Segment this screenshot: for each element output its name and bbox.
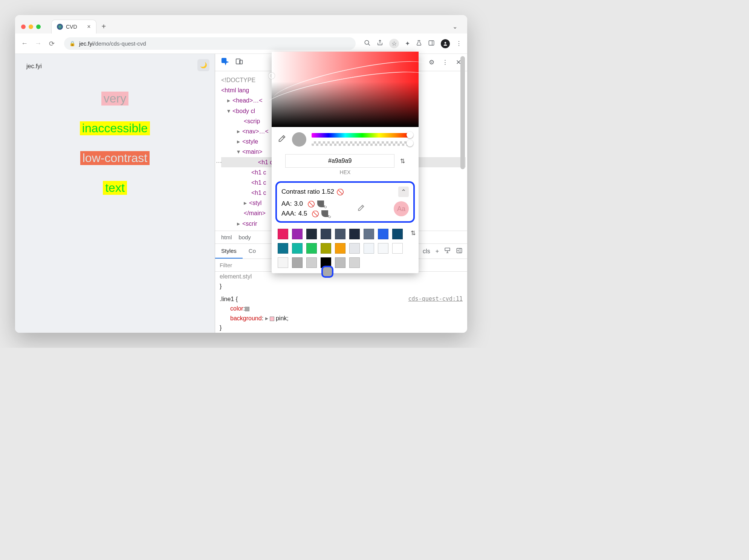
hue-thumb[interactable] [407,132,413,138]
palette-swatch[interactable] [335,243,345,254]
aaa-fail-icon: 🚫 [312,210,319,217]
palette-swatch[interactable] [349,257,360,268]
contrast-ratio-value: 1.52 [322,188,334,196]
alpha-thumb[interactable] [407,140,413,147]
aa-value: 3.0 [294,200,303,208]
back-button[interactable]: ← [20,40,29,47]
palette-swatch[interactable] [364,243,374,254]
demo-line-3: low-contrast [80,151,150,165]
url-bar[interactable]: 🔒 jec.fyi/demo/cds-quest-cvd [64,37,356,50]
css-prop-background[interactable]: background [230,315,262,321]
palette-swatch[interactable] [292,243,303,254]
palette-swatch[interactable] [392,229,403,239]
svg-line-1 [368,44,370,46]
color-swatch-trigger[interactable] [245,307,249,311]
palette-swatch[interactable] [335,229,345,239]
sv-handle[interactable] [269,73,275,79]
contrast-section: Contrast ratio 1.52 🚫 ⌃ AA: 3.0 🚫 [275,181,415,223]
contrast-eyedropper-icon[interactable] [357,204,365,214]
aaa-fix-button[interactable] [321,210,328,217]
aaa-value: 4.5 [298,210,307,217]
alpha-slider[interactable] [312,141,413,146]
zoom-icon[interactable] [364,40,371,48]
device-toolbar-icon[interactable] [235,58,243,67]
tab-computed[interactable]: Co [243,244,262,259]
browser-window: CVD × + ⌄ ← → ⟳ 🔒 jec.fyi/demo/cds-quest… [15,15,467,333]
browser-menu-icon[interactable]: ⋮ [456,40,462,47]
hue-slider[interactable] [312,133,413,138]
reload-button[interactable]: ⟳ [47,40,56,48]
demo-line-2: inaccessible [80,121,150,135]
palette-swatch[interactable] [321,229,331,239]
contrast-collapse-button[interactable]: ⌃ [398,187,409,197]
toolbar-right: ☆ ✦ ⋮ [364,39,462,48]
palette-swatch[interactable] [335,257,345,268]
sidepanel-icon[interactable] [428,40,435,47]
bookmark-icon[interactable]: ☆ [389,39,399,48]
window-fullscreen-button[interactable] [36,24,41,29]
rule-source-link[interactable]: cds-quest-cvd:11 [408,294,463,303]
selected-swatch-indicator[interactable] [321,266,333,278]
palette-swatch[interactable] [306,257,317,268]
palette-swatch[interactable] [349,243,360,254]
palette-swatch[interactable] [278,243,288,254]
palette-swatch[interactable] [349,229,360,239]
window-close-button[interactable] [21,24,26,29]
settings-icon[interactable]: ⚙ [429,58,434,66]
palette-swatch[interactable] [306,243,317,254]
site-brand: jec.fyi [26,63,42,70]
rule-close: } [220,323,463,333]
palette-swatch[interactable] [321,243,331,254]
devtools-panel: ⚙ ⋮ ✕ <!DOCTYPE <html lang ▸<head>…< ▾<b… [215,54,467,333]
palette-swatch[interactable] [364,229,374,239]
inspect-element-icon[interactable] [221,58,229,67]
demo-content: very inaccessible low-contrast text [23,92,207,195]
profile-avatar[interactable] [441,39,450,48]
palette-stepper[interactable]: ⇅ [411,230,416,237]
aa-fail-icon: 🚫 [307,200,315,208]
hex-label: HEX [278,169,413,175]
palette-swatch[interactable] [378,229,388,239]
new-style-button[interactable]: + [436,248,439,255]
browser-tab[interactable]: CVD × [51,20,96,34]
bg-swatch[interactable] [270,317,274,321]
svg-point-6 [445,42,446,44]
palette-swatch[interactable] [292,257,303,268]
forward-button[interactable]: → [34,40,42,47]
devtools-menu-icon[interactable]: ⋮ [442,58,448,66]
sidebar-toggle-icon[interactable] [456,248,463,255]
tab-styles[interactable]: Styles [215,244,243,259]
contrast-sample: Aa [394,201,409,216]
aa-fix-button[interactable] [317,200,324,207]
aaa-label: AAA: [281,210,296,217]
labs-icon[interactable] [416,40,422,48]
tabs-dropdown-icon[interactable]: ⌄ [452,23,457,30]
element-style-header: element.styl [220,272,463,282]
dark-mode-toggle[interactable]: 🌙 [197,59,209,71]
hex-input[interactable]: #a9a9a9 [285,154,394,168]
cls-toggle[interactable]: cls [423,248,430,255]
traffic-lights [21,24,41,29]
share-icon[interactable] [377,40,383,47]
css-selector[interactable]: .line1 { [220,296,238,302]
palette-swatch[interactable] [292,229,303,239]
window-minimize-button[interactable] [29,24,33,29]
breadcrumb-html[interactable]: html [221,234,232,240]
palette-swatch[interactable] [306,229,317,239]
scrollbar[interactable] [460,56,465,169]
styles-body: element.styl } cds-quest-cvd:11 .line1 {… [215,272,467,333]
new-tab-button[interactable]: + [102,22,106,31]
format-stepper[interactable]: ⇅ [400,158,405,165]
palette-swatch[interactable] [278,257,288,268]
format-icon[interactable] [444,247,451,255]
eyedropper-icon[interactable] [278,135,287,144]
tab-close-icon[interactable]: × [87,23,90,30]
palette-swatch[interactable] [392,243,403,254]
palette-swatch[interactable] [278,229,288,239]
extensions-icon[interactable]: ✦ [405,40,410,47]
saturation-value-field[interactable] [272,52,419,127]
css-prop-color[interactable]: color [230,305,243,312]
palette-swatch[interactable] [378,243,388,254]
breadcrumb-body[interactable]: body [238,234,251,240]
demo-line-1: very [101,92,128,106]
